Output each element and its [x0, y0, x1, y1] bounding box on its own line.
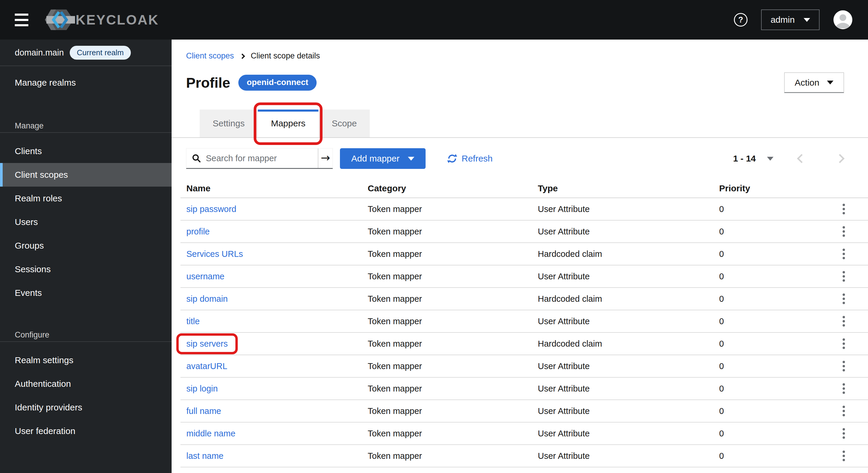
mapper-type: User Attribute [532, 451, 713, 461]
table-row: Services URLs Token mapper Hardcoded cla… [181, 243, 868, 265]
current-realm-badge: Current realm [70, 46, 131, 60]
sidebar-item-identity-providers[interactable]: Identity providers [0, 396, 172, 419]
chevron-down-icon [408, 157, 414, 161]
mapper-name-link[interactable]: avatarURL [186, 361, 227, 371]
pagination-options-caret-icon[interactable] [767, 157, 774, 161]
kebab-menu-icon[interactable] [838, 224, 849, 239]
next-page-icon[interactable] [835, 154, 844, 163]
sidebar-group-manage: ManageClientsClient scopesRealm rolesUse… [0, 119, 172, 305]
sidebar-item-realm-settings[interactable]: Realm settings [0, 348, 172, 372]
breadcrumb-client-scopes-link[interactable]: Client scopes [186, 51, 234, 61]
kebab-menu-icon[interactable] [838, 381, 849, 396]
mapper-category: Token mapper [362, 361, 532, 371]
table-row: sip login Token mapper User Attribute 0 [181, 378, 868, 400]
mapper-name-link[interactable]: profile [186, 227, 210, 236]
realm-name: domain.main [15, 48, 64, 58]
pagination-range: 1 - 14 [733, 154, 756, 164]
kebab-menu-icon[interactable] [838, 314, 849, 328]
mapper-priority: 0 [713, 406, 819, 416]
realm-switcher[interactable]: domain.main Current realm [0, 39, 172, 66]
mapper-name-link[interactable]: sip servers [186, 339, 228, 348]
kebab-menu-icon[interactable] [838, 202, 849, 216]
sidebar-group-title: Manage [0, 119, 172, 132]
sidebar-item-manage-realms[interactable]: Manage realms [0, 71, 172, 94]
kebab-menu-icon[interactable] [838, 427, 849, 441]
column-header-priority: Priority [713, 183, 819, 193]
sidebar-item-client-scopes[interactable]: Client scopes [0, 163, 172, 187]
keycloak-brand: KEYCLOAK [45, 7, 159, 32]
nav-toggle-hamburger-icon[interactable] [15, 13, 28, 26]
mapper-name-link[interactable]: full name [186, 406, 221, 416]
username-label: admin [771, 15, 795, 25]
mapper-type: User Attribute [532, 227, 713, 236]
mapper-type: Hardcoded claim [532, 249, 713, 259]
breadcrumb-current: Client scope details [251, 51, 320, 61]
sidebar-item-sessions[interactable]: Sessions [0, 257, 172, 281]
search-input[interactable] [205, 153, 318, 164]
kebab-menu-icon[interactable] [838, 247, 849, 261]
mapper-type: User Attribute [532, 361, 713, 371]
mapper-priority: 0 [713, 294, 819, 304]
search-submit-arrow-button[interactable]: → [318, 149, 333, 168]
mapper-type: Hardcoded claim [532, 294, 713, 304]
mapper-category: Token mapper [362, 339, 532, 349]
user-dropdown[interactable]: admin [761, 9, 819, 30]
table-row: sip servers Token mapper Hardcoded claim… [181, 333, 868, 355]
chevron-right-icon [240, 54, 245, 59]
sidebar-nav: Manage realms ManageClientsClient scopes… [0, 71, 172, 443]
sidebar-item-realm-roles[interactable]: Realm roles [0, 187, 172, 210]
tab-mappers[interactable]: Mappers [258, 109, 318, 137]
mappers-table: Name Category Type Priority sip password… [181, 179, 868, 467]
sidebar-item-users[interactable]: Users [0, 210, 172, 234]
table-row: title Token mapper User Attribute 0 [181, 310, 868, 333]
mapper-name-link[interactable]: title [186, 317, 200, 326]
mapper-name-link[interactable]: sip password [186, 204, 236, 214]
mapper-category: Token mapper [362, 429, 532, 438]
mapper-category: Token mapper [362, 294, 532, 304]
help-icon[interactable]: ? [734, 13, 747, 27]
mapper-priority: 0 [713, 384, 819, 393]
sidebar-item-user-federation[interactable]: User federation [0, 419, 172, 443]
page-header: Profile openid-connect Action [172, 72, 868, 93]
mapper-priority: 0 [713, 451, 819, 461]
kebab-menu-icon[interactable] [838, 404, 849, 418]
sidebar-item-groups[interactable]: Groups [0, 234, 172, 257]
keycloak-logo-icon [45, 7, 75, 32]
mapper-category: Token mapper [362, 204, 532, 214]
action-label: Action [795, 77, 819, 88]
tab-settings[interactable]: Settings [200, 109, 257, 137]
mapper-name-link[interactable]: last name [186, 451, 224, 461]
tab-scope[interactable]: Scope [319, 109, 370, 137]
sidebar-group-configure: ConfigureRealm settingsAuthenticationIde… [0, 328, 172, 443]
kebab-menu-icon[interactable] [838, 337, 849, 351]
sidebar-groups: ManageClientsClient scopesRealm rolesUse… [0, 119, 172, 443]
kebab-menu-icon[interactable] [838, 359, 849, 373]
masthead: KEYCLOAK ? admin [0, 0, 868, 39]
mapper-priority: 0 [713, 361, 819, 371]
mapper-name-link[interactable]: middle name [186, 429, 236, 438]
sidebar-group-title: Configure [0, 328, 172, 341]
mapper-name-link[interactable]: sip login [186, 384, 218, 393]
kebab-menu-icon[interactable] [838, 292, 849, 306]
previous-page-icon[interactable] [797, 154, 806, 163]
mapper-type: User Attribute [532, 384, 713, 393]
sidebar-item-events[interactable]: Events [0, 281, 172, 305]
mapper-name-link[interactable]: username [186, 272, 224, 281]
action-dropdown-button[interactable]: Action [784, 72, 844, 93]
refresh-link[interactable]: Refresh [447, 153, 493, 164]
sidebar-item-authentication[interactable]: Authentication [0, 372, 172, 396]
breadcrumb: Client scopes Client scope details [172, 39, 868, 61]
mapper-name-link[interactable]: Services URLs [186, 249, 243, 259]
mapper-type: User Attribute [532, 204, 713, 214]
avatar[interactable] [833, 10, 852, 30]
mapper-type: User Attribute [532, 317, 713, 326]
table-header-row: Name Category Type Priority [181, 179, 868, 198]
column-header-type: Type [532, 183, 713, 193]
kebab-menu-icon[interactable] [838, 449, 849, 463]
mapper-name-link[interactable]: sip domain [186, 294, 228, 304]
kebab-menu-icon[interactable] [838, 269, 849, 283]
sidebar-item-clients[interactable]: Clients [0, 139, 172, 163]
keycloak-admin-console: KEYCLOAK ? admin domain.main Current rea… [0, 0, 868, 473]
add-mapper-button[interactable]: Add mapper [340, 148, 426, 169]
mapper-category: Token mapper [362, 317, 532, 326]
